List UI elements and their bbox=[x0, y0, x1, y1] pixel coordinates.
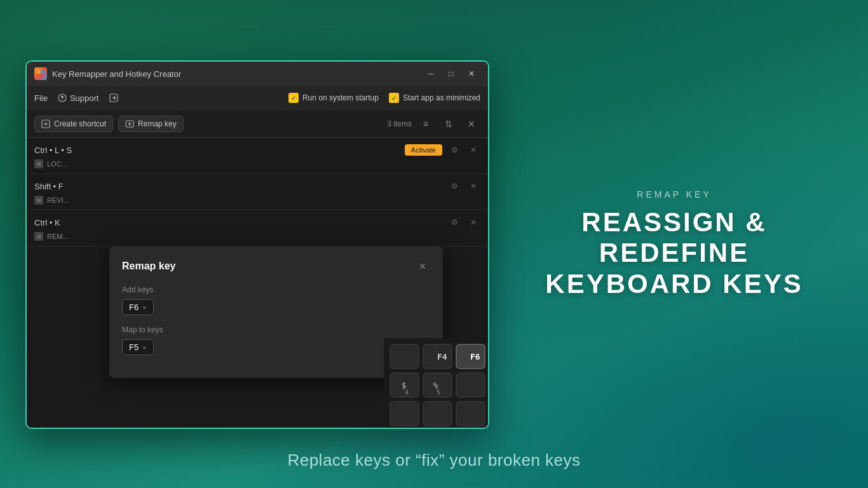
close-button[interactable]: ✕ bbox=[463, 67, 480, 81]
remove-button-3[interactable]: ✕ bbox=[466, 215, 480, 229]
support-menu[interactable]: Support bbox=[58, 93, 99, 103]
file-menu[interactable]: File bbox=[34, 93, 48, 103]
shortcut-header-3: Ctrl • K ⚙ ✕ bbox=[34, 215, 480, 229]
map-to-keys-label: Map to keys bbox=[122, 325, 430, 334]
right-subtitle: Remap Key bbox=[531, 189, 817, 200]
add-keys-label: Add keys bbox=[122, 285, 430, 294]
start-minimized-checkbox[interactable]: ✓ bbox=[389, 93, 399, 103]
toolbar-right: 3 items ≡ ⇅ ✕ bbox=[387, 115, 480, 133]
svg-text:5: 5 bbox=[437, 389, 440, 396]
svg-point-2 bbox=[39, 74, 43, 78]
sub-icon-2: ⊞ bbox=[34, 196, 43, 205]
shortcut-header-1: Ctrl • L • S Activate ⚙ ✕ bbox=[34, 143, 480, 157]
gear-button-1[interactable]: ⚙ bbox=[447, 143, 461, 157]
svg-text:4: 4 bbox=[405, 389, 409, 396]
svg-point-0 bbox=[37, 70, 41, 74]
share-icon bbox=[109, 93, 118, 102]
shortcut-keys-3: Ctrl • K bbox=[34, 218, 60, 227]
shortcut-sub-2: ⊞ REVI... bbox=[34, 196, 480, 205]
support-icon bbox=[58, 93, 67, 102]
title-bar-controls: ─ □ ✕ bbox=[422, 67, 480, 81]
remove-button-1[interactable]: ✕ bbox=[466, 143, 480, 157]
svg-rect-24 bbox=[423, 402, 452, 426]
app-window: Key Remapper and Hotkey Creator ─ □ ✕ Fi… bbox=[25, 60, 489, 429]
filter-button[interactable]: ≡ bbox=[417, 115, 435, 133]
svg-rect-32 bbox=[456, 344, 485, 369]
shortcut-sub-1: ⊞ LOC... bbox=[34, 159, 480, 168]
share-menu[interactable] bbox=[109, 93, 118, 102]
svg-rect-23 bbox=[390, 402, 419, 426]
app-icon bbox=[34, 67, 47, 80]
svg-point-1 bbox=[41, 70, 44, 74]
window-title: Key Remapper and Hotkey Creator bbox=[52, 69, 181, 79]
dialog-close-button[interactable]: ✕ bbox=[415, 259, 430, 274]
shortcut-actions-3: ⚙ ✕ bbox=[447, 215, 480, 229]
activate-button-1[interactable]: Activate bbox=[405, 144, 442, 156]
create-shortcut-icon bbox=[41, 119, 50, 128]
add-key-tag: F6 × bbox=[122, 299, 154, 315]
svg-point-33 bbox=[433, 346, 436, 349]
shortcut-actions-2: ⚙ ✕ bbox=[447, 179, 480, 193]
right-content: Remap Key REASSIGN & REDEFINE KEYBOARD K… bbox=[531, 189, 817, 299]
support-label: Support bbox=[70, 93, 99, 103]
sub-text-3: REM... bbox=[47, 233, 69, 240]
title-bar-left: Key Remapper and Hotkey Creator bbox=[34, 67, 181, 80]
remap-key-label: Remap key bbox=[138, 119, 177, 128]
remap-key-icon bbox=[125, 119, 134, 128]
shortcut-actions-1: Activate ⚙ ✕ bbox=[405, 143, 480, 157]
run-startup-label: Run on system startup bbox=[302, 93, 379, 102]
map-key-tag: F5 × bbox=[122, 339, 154, 355]
shortcut-item-3: Ctrl • K ⚙ ✕ ⊞ REM... bbox=[27, 210, 488, 247]
run-startup-checkbox[interactable]: ✓ bbox=[288, 93, 299, 103]
gear-button-3[interactable]: ⚙ bbox=[447, 215, 461, 229]
sub-icon-3: ⊞ bbox=[34, 232, 43, 241]
shortcut-sub-3: ⊞ REM... bbox=[34, 232, 480, 241]
sort-button[interactable]: ⇅ bbox=[440, 115, 458, 133]
map-key-remove[interactable]: × bbox=[142, 344, 146, 351]
toolbar: Create shortcut Remap key 3 items ≡ ⇅ ✕ bbox=[27, 110, 488, 138]
right-title-line2: KEYBOARD KEYS bbox=[545, 268, 803, 298]
svg-rect-9 bbox=[390, 344, 419, 369]
items-count: 3 items bbox=[387, 119, 412, 128]
shortcut-item-1: Ctrl • L • S Activate ⚙ ✕ ⊞ LOC... bbox=[27, 138, 488, 174]
shortcut-header-2: Shift • F ⚙ ✕ bbox=[34, 179, 480, 193]
remove-button-2[interactable]: ✕ bbox=[466, 179, 480, 193]
create-shortcut-label: Create shortcut bbox=[54, 119, 106, 128]
gear-button-2[interactable]: ⚙ bbox=[447, 179, 461, 193]
maximize-button[interactable]: □ bbox=[442, 67, 460, 81]
shortcut-keys-2: Shift • F bbox=[34, 182, 64, 191]
keyboard-photo: F4 F6 $ 4 % 5 bbox=[384, 338, 488, 428]
start-minimized-option[interactable]: ✓ Start app as minimized bbox=[389, 93, 480, 103]
create-shortcut-button[interactable]: Create shortcut bbox=[34, 116, 113, 132]
shortcut-item-2: Shift • F ⚙ ✕ ⊞ REVI... bbox=[27, 174, 488, 210]
dialog-header: Remap key ✕ bbox=[122, 259, 430, 274]
add-key-value: F6 bbox=[129, 302, 139, 312]
right-main-title: REASSIGN & REDEFINE KEYBOARD KEYS bbox=[531, 207, 817, 299]
svg-rect-25 bbox=[456, 402, 485, 426]
content-area: Ctrl • L • S Activate ⚙ ✕ ⊞ LOC... Shift… bbox=[27, 138, 488, 428]
map-key-value: F5 bbox=[129, 342, 139, 352]
run-startup-option[interactable]: ✓ Run on system startup bbox=[288, 93, 379, 103]
shortcut-keys-1: Ctrl • L • S bbox=[34, 146, 72, 155]
sub-text-2: REVI... bbox=[47, 196, 69, 204]
svg-rect-21 bbox=[456, 373, 485, 397]
svg-point-34 bbox=[466, 350, 468, 352]
menu-bar-right: ✓ Run on system startup ✓ Start app as m… bbox=[288, 93, 480, 103]
title-bar: Key Remapper and Hotkey Creator ─ □ ✕ bbox=[27, 62, 488, 86]
sub-icon-1: ⊞ bbox=[34, 159, 43, 168]
start-minimized-label: Start app as minimized bbox=[403, 93, 480, 102]
toolbar-close-button[interactable]: ✕ bbox=[463, 115, 480, 133]
keyboard-svg: F4 F6 $ 4 % 5 bbox=[384, 338, 488, 428]
add-key-remove[interactable]: × bbox=[142, 304, 146, 311]
svg-point-4 bbox=[62, 99, 63, 100]
minimize-button[interactable]: ─ bbox=[422, 67, 440, 81]
menu-bar: File Support ✓ Run on system startup ✓ S… bbox=[27, 86, 488, 110]
sub-text-1: LOC... bbox=[47, 160, 67, 168]
svg-text:F4: F4 bbox=[437, 352, 447, 362]
dialog-title: Remap key bbox=[122, 261, 176, 272]
bottom-tagline: Replace keys or “fix” your broken keys bbox=[0, 451, 868, 470]
right-title-line1: REASSIGN & REDEFINE bbox=[581, 207, 766, 268]
remap-key-button[interactable]: Remap key bbox=[118, 116, 184, 132]
